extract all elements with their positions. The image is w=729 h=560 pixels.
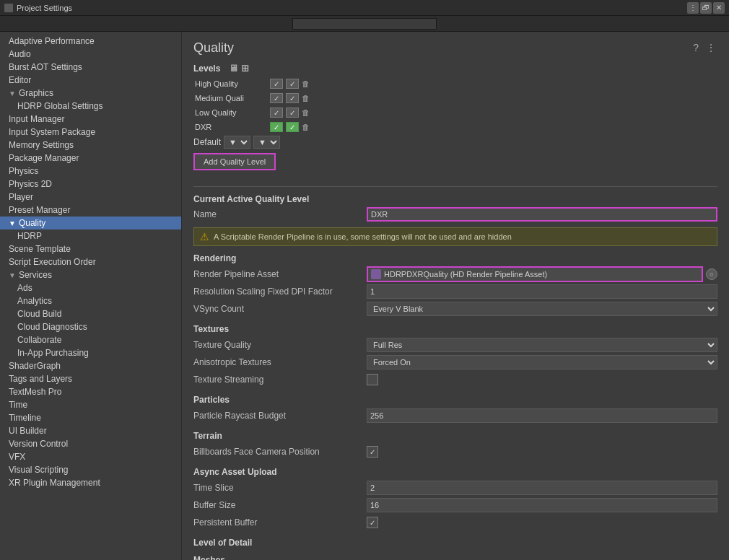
anisotropic-label: Anisotropic Textures bbox=[193, 357, 367, 367]
window-title: Project Settings bbox=[17, 4, 72, 12]
texture-streaming-label: Texture Streaming bbox=[193, 375, 367, 385]
sidebar-item-cloud-build[interactable]: Cloud Build bbox=[0, 307, 181, 320]
delete-medium-icon[interactable]: 🗑 bbox=[302, 94, 310, 102]
grid-icon: ⊞ bbox=[241, 63, 249, 74]
more-btn[interactable]: ⋮ bbox=[704, 40, 717, 55]
warning-banner: ⚠ A Scriptable Render Pipeline is in use… bbox=[193, 227, 717, 246]
close-btn[interactable]: ✕ bbox=[713, 2, 725, 14]
billboards-checkbox[interactable]: ✓ bbox=[367, 446, 378, 458]
vsync-row: VSync Count Every V Blank bbox=[193, 301, 717, 317]
sidebar-item-visual-scripting[interactable]: Visual Scripting bbox=[0, 463, 181, 476]
texture-streaming-row: Texture Streaming bbox=[193, 372, 717, 388]
time-slice-label: Time Slice bbox=[193, 483, 367, 493]
sidebar-item-analytics[interactable]: Analytics bbox=[0, 294, 181, 307]
sidebar-item-quality[interactable]: ▼Quality bbox=[0, 216, 181, 229]
level-pc-medium[interactable]: ✓ bbox=[270, 93, 283, 103]
delete-dxr-icon[interactable]: 🗑 bbox=[302, 123, 310, 131]
level-name-low: Low Quality bbox=[195, 108, 267, 117]
sidebar-item-ads[interactable]: Ads bbox=[0, 281, 181, 294]
terrain-heading: Terrain bbox=[193, 431, 717, 441]
sidebar-item-adaptive-performance[interactable]: Adaptive Performance bbox=[0, 35, 181, 48]
pipeline-select-btn[interactable]: ○ bbox=[706, 268, 717, 280]
sidebar-item-vfx[interactable]: VFX bbox=[0, 450, 181, 463]
resolution-scaling-label: Resolution Scaling Fixed DPI Factor bbox=[193, 286, 367, 297]
sidebar-item-burst-aot[interactable]: Burst AOT Settings bbox=[0, 61, 181, 74]
level-web-low[interactable]: ✓ bbox=[286, 108, 299, 118]
current-quality-section: Current Active Quality Level Name bbox=[193, 194, 717, 222]
sidebar-item-editor[interactable]: Editor bbox=[0, 74, 181, 87]
level-pc-low[interactable]: ✓ bbox=[270, 108, 283, 118]
textures-heading: Textures bbox=[193, 324, 717, 334]
sidebar-item-input-manager[interactable]: Input Manager bbox=[0, 113, 181, 126]
sidebar-item-player[interactable]: Player bbox=[0, 191, 181, 204]
level-web-medium[interactable]: ✓ bbox=[286, 93, 299, 103]
default-dropdown[interactable]: ▼ bbox=[224, 136, 250, 149]
anisotropic-dropdown[interactable]: Forced On bbox=[367, 355, 717, 369]
sidebar-item-preset-manager[interactable]: Preset Manager bbox=[0, 204, 181, 216]
levels-section: Levels 🖥 ⊞ High Quality ✓ ✓ 🗑 Medium Qua… bbox=[193, 63, 717, 179]
sidebar-item-textmesh[interactable]: TextMesh Pro bbox=[0, 385, 181, 398]
time-slice-row: Time Slice bbox=[193, 480, 717, 496]
sidebar-item-hdrp-global[interactable]: HDRP Global Settings bbox=[0, 100, 181, 113]
billboards-label: Billboards Face Camera Position bbox=[193, 447, 367, 457]
sidebar-item-hdrp[interactable]: HDRP bbox=[0, 229, 181, 242]
rendering-heading: Rendering bbox=[193, 253, 717, 263]
level-web-high[interactable]: ✓ bbox=[286, 79, 299, 89]
sidebar: Adaptive Performance Audio Burst AOT Set… bbox=[0, 32, 182, 560]
sidebar-item-audio[interactable]: Audio bbox=[0, 48, 181, 61]
sidebar-item-package-manager[interactable]: Package Manager bbox=[0, 152, 181, 165]
sidebar-item-cloud-diagnostics[interactable]: Cloud Diagnostics bbox=[0, 320, 181, 333]
level-row-high: High Quality ✓ ✓ 🗑 bbox=[193, 76, 717, 91]
sidebar-item-shadergraph[interactable]: ShaderGraph bbox=[0, 359, 181, 372]
vsync-dropdown[interactable]: Every V Blank bbox=[367, 302, 717, 316]
level-name-medium: Medium Quali bbox=[195, 94, 267, 102]
restore-btn[interactable]: 🗗 bbox=[700, 2, 712, 14]
texture-quality-label: Texture Quality bbox=[193, 340, 367, 350]
persistent-buffer-checkbox[interactable]: ✓ bbox=[367, 517, 378, 528]
quality-arrow-icon: ▼ bbox=[9, 219, 16, 227]
sidebar-item-xr-plugin[interactable]: XR Plugin Management bbox=[0, 476, 181, 489]
level-web-dxr[interactable]: ✓ bbox=[286, 122, 299, 132]
sidebar-item-physics-2d[interactable]: Physics 2D bbox=[0, 178, 181, 191]
levels-label: Levels bbox=[193, 64, 220, 74]
level-pc-high[interactable]: ✓ bbox=[270, 79, 283, 89]
sidebar-item-physics[interactable]: Physics bbox=[0, 165, 181, 178]
texture-streaming-checkbox[interactable] bbox=[367, 374, 378, 385]
sidebar-item-input-system[interactable]: Input System Package bbox=[0, 126, 181, 139]
warning-text: A Scriptable Render Pipeline is in use, … bbox=[214, 232, 512, 241]
texture-quality-dropdown[interactable]: Full Res bbox=[367, 338, 717, 352]
level-pc-dxr[interactable]: ✓ bbox=[270, 122, 283, 132]
menu-btn[interactable]: ⋮ bbox=[687, 2, 699, 14]
buffer-size-input[interactable] bbox=[367, 498, 717, 512]
persistent-buffer-row: Persistent Buffer ✓ bbox=[193, 515, 717, 530]
sidebar-item-timeline[interactable]: Timeline bbox=[0, 411, 181, 424]
sidebar-item-version-control[interactable]: Version Control bbox=[0, 437, 181, 450]
default-dropdown2[interactable]: ▼ bbox=[253, 136, 280, 149]
sidebar-item-services[interactable]: ▼Services bbox=[0, 268, 181, 281]
resolution-scaling-input[interactable] bbox=[367, 284, 717, 299]
default-row: Default ▼ ▼ bbox=[193, 136, 717, 149]
anisotropic-row: Anisotropic Textures Forced On bbox=[193, 354, 717, 370]
sidebar-item-script-execution[interactable]: Script Execution Order bbox=[0, 255, 181, 268]
quality-name-input[interactable] bbox=[367, 207, 717, 222]
add-quality-button[interactable]: Add Quality Level bbox=[193, 153, 276, 170]
arrow-icon: ▼ bbox=[9, 89, 16, 97]
resolution-scaling-row: Resolution Scaling Fixed DPI Factor bbox=[193, 284, 717, 299]
sidebar-item-ui-builder[interactable]: UI Builder bbox=[0, 424, 181, 437]
time-slice-input[interactable] bbox=[367, 481, 717, 495]
help-btn[interactable]: ? bbox=[691, 40, 700, 55]
particles-heading: Particles bbox=[193, 395, 717, 405]
default-label: Default bbox=[193, 137, 221, 147]
sidebar-item-tags-layers[interactable]: Tags and Layers bbox=[0, 372, 181, 385]
sidebar-item-scene-template[interactable]: Scene Template bbox=[0, 242, 181, 255]
sidebar-item-time[interactable]: Time bbox=[0, 398, 181, 411]
sidebar-item-in-app[interactable]: In-App Purchasing bbox=[0, 346, 181, 359]
search-input[interactable] bbox=[292, 18, 437, 30]
sidebar-item-graphics[interactable]: ▼Graphics bbox=[0, 87, 181, 100]
delete-low-icon[interactable]: 🗑 bbox=[302, 108, 310, 117]
level-name-dxr: DXR bbox=[195, 123, 267, 131]
sidebar-item-collaborate[interactable]: Collaborate bbox=[0, 333, 181, 346]
particle-raycast-input[interactable] bbox=[367, 408, 717, 423]
delete-high-icon[interactable]: 🗑 bbox=[302, 79, 310, 88]
sidebar-item-memory-settings[interactable]: Memory Settings bbox=[0, 139, 181, 152]
